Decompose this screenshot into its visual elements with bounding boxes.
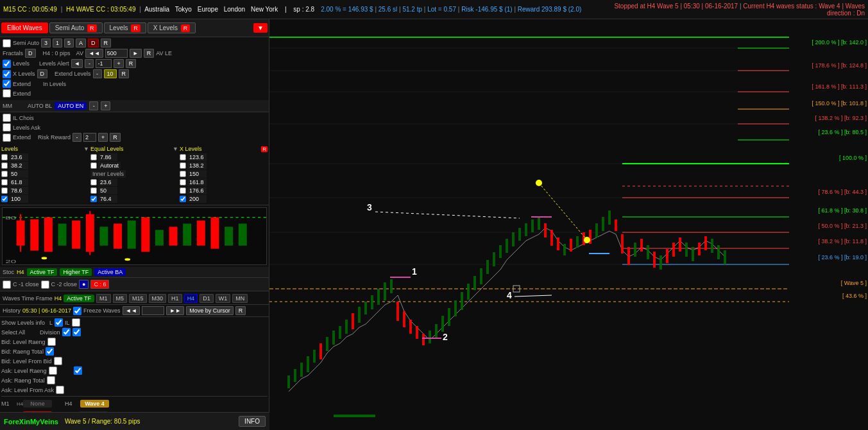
avle-label: AV LE (156, 50, 172, 56)
extend-checkbox[interactable] (3, 80, 11, 88)
tf-mn[interactable]: MN (232, 294, 248, 303)
level-78-6-checkbox[interactable] (1, 187, 8, 194)
tf-m15[interactable]: M15 (129, 294, 147, 303)
btn-d[interactable]: D (88, 39, 99, 47)
tab-semi-auto[interactable]: Semi Auto R (49, 22, 103, 33)
xl-138-2-checkbox[interactable] (180, 162, 186, 169)
bid-level-from-bid-cb[interactable] (54, 357, 62, 365)
fractals-d-btn[interactable]: D (25, 49, 36, 58)
btn-3[interactable]: 3 (41, 39, 51, 47)
autobl-plus[interactable]: + (101, 101, 110, 110)
tf-m5[interactable]: M5 (113, 294, 128, 303)
level-50-checkbox[interactable] (1, 171, 8, 177)
rr-r[interactable]: R (110, 133, 121, 142)
active-ba-btn[interactable]: Active BA (94, 268, 126, 276)
move-r-btn[interactable]: R (235, 306, 246, 315)
level-23-6-checkbox[interactable] (1, 154, 8, 160)
ask-level-from-ask-cb[interactable] (56, 386, 64, 394)
tf-w1[interactable]: W1 (216, 294, 231, 303)
xl-200-checkbox[interactable] (180, 196, 186, 202)
tf-d1[interactable]: D1 (200, 294, 214, 303)
levels-alert-minus[interactable]: - (85, 59, 94, 68)
xl-123-6-checkbox[interactable] (180, 154, 186, 160)
levels-alert-input[interactable] (96, 59, 112, 68)
bid-raeng-total-cb[interactable] (46, 347, 54, 356)
extend3-checkbox[interactable] (3, 133, 11, 142)
wave-m1-badge: None (23, 400, 52, 408)
l-checkbox[interactable] (55, 318, 63, 327)
eq-76-4-checkbox[interactable] (90, 196, 97, 202)
tf-m1[interactable]: M1 (96, 294, 111, 303)
xl-176-6-checkbox[interactable] (180, 187, 186, 194)
eq-7-86-checkbox[interactable] (90, 154, 97, 160)
eq-autorat-checkbox[interactable] (90, 162, 97, 169)
xl-161-8-checkbox[interactable] (180, 179, 186, 185)
tab-x-levels[interactable]: X Levels R (148, 22, 196, 33)
av-r-btn[interactable]: R (144, 49, 155, 58)
tf-m30[interactable]: M30 (149, 294, 167, 303)
auto-en-btn[interactable]: AUTO EN (55, 102, 87, 110)
xl-150-checkbox[interactable] (180, 171, 186, 177)
c2-close-checkbox[interactable] (41, 280, 49, 289)
levels-checkbox[interactable] (3, 60, 11, 68)
extend-minus-btn[interactable]: - (93, 69, 102, 78)
level-38-2-checkbox[interactable] (1, 162, 8, 169)
c1-close-checkbox[interactable] (3, 280, 11, 289)
division-cb1[interactable] (62, 328, 71, 336)
rr-input[interactable] (83, 133, 96, 142)
higher-tf-btn[interactable]: Higher TF (60, 268, 92, 276)
rr-plus[interactable]: + (98, 133, 108, 142)
bid-level-raeng-row: Bid: Level Raeng (1, 338, 268, 346)
btn-r[interactable]: R (101, 39, 112, 47)
tf-h4[interactable]: H4 (184, 294, 198, 303)
autobl-minus[interactable]: - (89, 101, 98, 110)
extend-r-btn[interactable]: R (119, 69, 130, 78)
freeze-waves-checkbox[interactable] (73, 307, 81, 315)
il-checkbox[interactable] (72, 318, 80, 327)
waves-active-tf-btn[interactable]: Active TF (64, 295, 94, 302)
levels-alert-plus[interactable]: + (114, 59, 123, 68)
extend-x-btn[interactable]: 10 (104, 69, 117, 78)
btn-5[interactable]: 5 (64, 39, 74, 47)
history-value-input[interactable]: -1229 (142, 306, 164, 315)
levels-alert-r[interactable]: R (126, 59, 137, 68)
tab-arrow[interactable]: ▼ (253, 23, 268, 33)
c-close-btn1[interactable]: ● (79, 280, 89, 289)
move-by-cursor-btn[interactable]: Move by Cursor (186, 306, 234, 315)
levels-ask-checkbox[interactable] (3, 123, 11, 132)
tab-elliot-waves[interactable]: Elliot Waves (1, 22, 48, 33)
bid-level-raeng-cb[interactable] (47, 338, 56, 346)
tab-levels[interactable]: Levels R (104, 22, 146, 33)
av-right-btn[interactable]: ► (130, 49, 142, 58)
svg-rect-65 (384, 282, 386, 300)
history-prev-btn[interactable]: ◄◄ (123, 306, 140, 315)
semi-auto-checkbox[interactable] (3, 39, 11, 47)
info-button[interactable]: INFO (239, 416, 266, 427)
svg-text:3: 3 (367, 202, 372, 212)
tf-h1[interactable]: H1 (168, 294, 182, 303)
active-tf-btn[interactable]: Active TF (27, 268, 58, 276)
level-item: 7.86 (90, 153, 178, 161)
ask-raeng-total-cb[interactable] (47, 376, 55, 384)
btn-1[interactable]: 1 (53, 39, 62, 47)
history-next-btn[interactable]: ►► (166, 306, 184, 315)
btn-a[interactable]: A (76, 39, 86, 47)
extend2-checkbox[interactable] (3, 89, 11, 98)
rr-minus[interactable]: - (72, 133, 81, 142)
ask-level-raeng-cb2[interactable] (74, 366, 82, 375)
c-close-btn2[interactable]: C : 6 (90, 280, 109, 289)
eq-50-checkbox[interactable] (90, 187, 97, 194)
svg-rect-18 (239, 223, 247, 245)
xlevels-checkbox[interactable] (3, 70, 11, 78)
level-100-checkbox[interactable] (1, 196, 8, 202)
division-cb2[interactable] (72, 328, 81, 336)
levels-alert-btn1[interactable]: ◄ (71, 59, 83, 68)
il-chois-checkbox[interactable] (3, 114, 11, 122)
eq-23-6-checkbox[interactable] (90, 179, 97, 185)
mm-autobl-row: MM AUTO BL AUTO EN - + (0, 100, 269, 112)
av-value-input[interactable] (105, 49, 128, 58)
av-left-btn[interactable]: ◄◄ (85, 49, 103, 58)
xlevels-d-btn[interactable]: D (37, 69, 48, 78)
ask-level-raeng-cb[interactable] (49, 366, 57, 375)
level-61-8-checkbox[interactable] (1, 179, 8, 185)
